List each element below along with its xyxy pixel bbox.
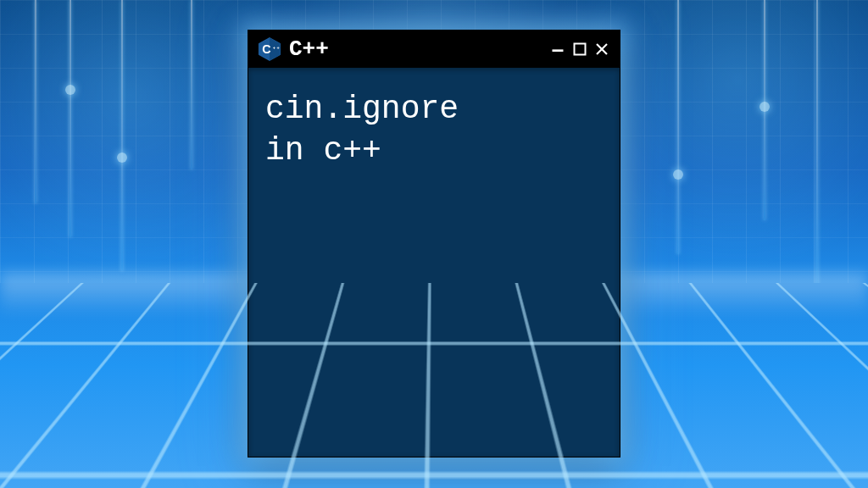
window-title: C++ [289,36,329,62]
terminal-window: C + + C++ – cin.ignore in c++ [248,30,620,458]
svg-text:C: C [262,42,270,56]
svg-text:+: + [273,45,275,50]
svg-rect-5 [575,44,586,55]
maximize-button[interactable] [570,40,589,58]
close-button[interactable] [593,40,611,58]
svg-text:+: + [277,45,280,50]
minimize-button[interactable]: – [548,40,567,58]
cpp-logo-icon: C + + [257,36,282,63]
title-bar[interactable]: C + + C++ – [248,30,620,68]
terminal-body[interactable]: cin.ignore in c++ [248,68,620,457]
title-bar-left: C + + C++ [257,36,329,63]
terminal-content: cin.ignore in c++ [265,88,603,172]
window-controls: – [548,40,611,58]
